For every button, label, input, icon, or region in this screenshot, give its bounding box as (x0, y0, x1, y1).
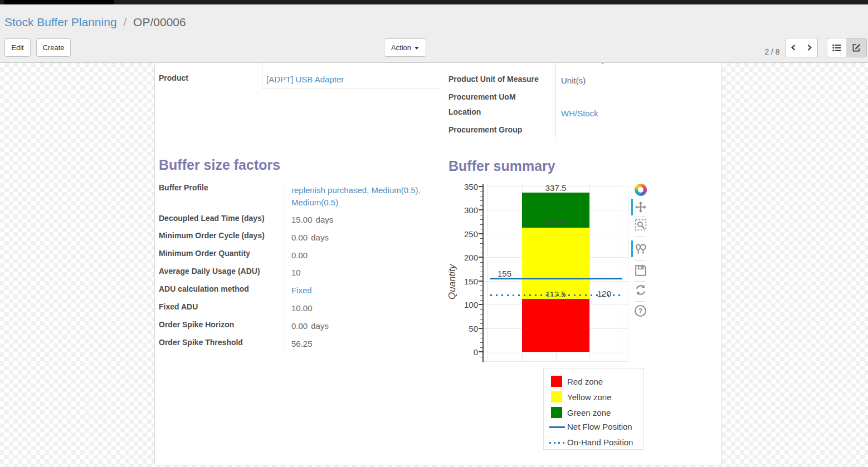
compare-hover-icon[interactable] (635, 243, 647, 255)
y-tick (479, 304, 483, 305)
modebar-separator (635, 217, 645, 217)
y-tick (479, 351, 483, 352)
gridline-h (483, 352, 628, 352)
save-icon[interactable] (635, 264, 647, 277)
legend-item-net-flow[interactable]: Net Flow Position (567, 422, 632, 431)
red-zone-bar (522, 299, 589, 352)
y-tick-label: 300 (455, 205, 478, 215)
y-tick-label: 350 (455, 182, 478, 191)
box-zoom-icon[interactable] (635, 219, 647, 231)
stock-buffer-planning-page: Stock Buffer Planning / OP/00006 Edit Cr… (0, 0, 868, 467)
gridline-v (487, 184, 488, 362)
buffer-summary-chart: Quantity 350 300 250 200 150 100 50 (0, 0, 868, 467)
modebar-active-indicator (631, 240, 633, 257)
y-axis-line (482, 184, 484, 362)
legend-item-red-zone[interactable]: Red zone (567, 377, 603, 386)
y-tick (479, 328, 483, 329)
on-hand-line-swatch (549, 442, 565, 444)
help-icon[interactable]: ? (635, 305, 646, 317)
yellow-zone-bar (522, 228, 589, 299)
red-top-label: 112.5 (522, 289, 589, 299)
chart-legend: Red zone Yellow zone Green zone Net Flow… (543, 368, 644, 450)
yellow-top-label: 262.5 (522, 218, 589, 228)
y-tick (479, 257, 483, 258)
net-flow-line-swatch (549, 426, 565, 428)
modebar-separator (635, 301, 645, 302)
green-zone-swatch (551, 407, 562, 418)
gridline-v (589, 184, 590, 362)
on-hand-value-label: 120 (597, 289, 611, 298)
y-tick (479, 209, 483, 210)
y-tick-label: 50 (455, 324, 478, 333)
y-tick-label: 150 (455, 277, 478, 286)
y-tick (479, 233, 483, 234)
red-zone-swatch (551, 376, 562, 387)
legend-item-green-zone[interactable]: Green zone (567, 408, 611, 417)
gridline-v (622, 184, 622, 362)
modebar-separator (635, 281, 645, 282)
y-tick (479, 281, 483, 282)
modebar-separator (635, 236, 645, 237)
legend-item-yellow-zone[interactable]: Yellow zone (567, 392, 612, 402)
y-tick-label: 0 (455, 347, 478, 357)
y-tick-label: 200 (455, 253, 478, 262)
y-tick (479, 186, 483, 187)
plotly-logo-icon[interactable] (635, 184, 647, 196)
yellow-zone-swatch (551, 391, 562, 402)
legend-item-on-hand[interactable]: On-Hand Position (567, 437, 633, 447)
pan-icon[interactable] (635, 201, 647, 213)
y-tick-label: 250 (455, 229, 478, 239)
modebar-separator (635, 260, 645, 260)
y-tick-label: 100 (455, 300, 478, 309)
green-top-label: 337.5 (522, 183, 589, 193)
y-axis-minor-ticks (480, 186, 482, 361)
gridline-h (483, 361, 628, 362)
reset-axes-icon[interactable] (635, 284, 647, 296)
gridline-v (628, 184, 628, 362)
modebar-active-indicator (631, 199, 633, 215)
net-flow-value-label: 155 (498, 269, 511, 278)
